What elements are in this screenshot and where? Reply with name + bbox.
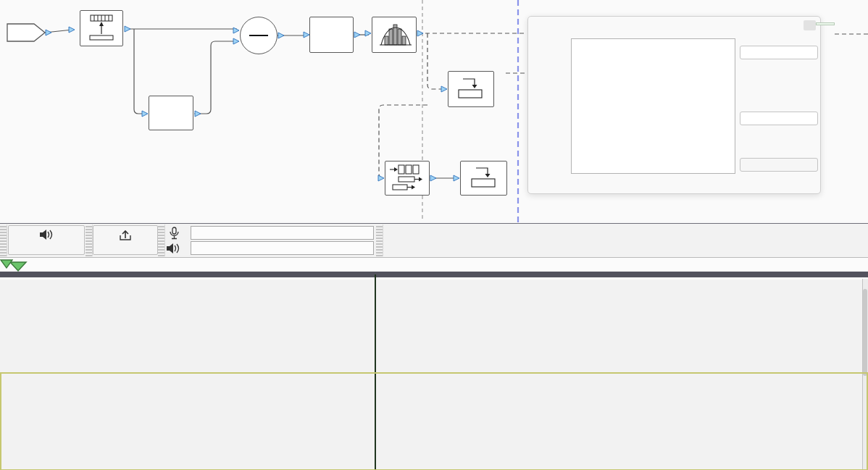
sink3-plot-window[interactable] <box>527 16 821 194</box>
loop-region-bar[interactable] <box>0 272 868 277</box>
rebuffer-icon <box>385 161 429 194</box>
share-audio-button[interactable] <box>93 225 158 255</box>
block-sub1[interactable] <box>240 17 277 54</box>
y-scale-dropdown[interactable] <box>740 112 818 125</box>
toolbar-grip[interactable] <box>0 224 7 256</box>
block-sink3[interactable] <box>460 161 507 196</box>
screen <box>0 0 868 470</box>
close-button[interactable] <box>804 20 816 30</box>
playback-meter[interactable] <box>191 241 374 255</box>
block-blockstatistics1[interactable] <box>372 17 417 53</box>
sink-icon <box>448 72 493 106</box>
sink-icon <box>461 161 506 194</box>
block-sink2[interactable] <box>448 71 494 107</box>
overall-control-dropdown[interactable] <box>740 46 818 59</box>
block-rebuffer1[interactable] <box>385 161 430 196</box>
block-bufferup1[interactable] <box>80 10 123 46</box>
audio-setup-button[interactable] <box>8 225 85 255</box>
signal-label-clipped <box>816 22 835 25</box>
x-auto-range-checkbox[interactable] <box>741 177 751 187</box>
block-delay1[interactable] <box>149 96 193 130</box>
toolbar-grip[interactable] <box>158 224 165 256</box>
record-meter[interactable] <box>191 226 374 240</box>
speaker-icon <box>38 229 54 240</box>
audio-track-1 <box>0 280 868 372</box>
playhead-line <box>375 274 376 470</box>
share-upload-icon <box>118 229 133 240</box>
playback-meter-speaker-icon[interactable] <box>166 243 180 257</box>
block-diagram-canvas <box>0 0 868 223</box>
bufferup-icon <box>80 11 122 45</box>
playhead-marker-icon[interactable] <box>0 259 13 269</box>
y-auto-range-checkbox[interactable] <box>741 131 751 140</box>
audio-track-2 <box>0 374 868 469</box>
x-scale-dropdown[interactable] <box>740 158 818 172</box>
show-grid-checkbox[interactable] <box>741 82 751 91</box>
blockstatistics-icon <box>372 17 416 51</box>
toolbar-grip[interactable] <box>85 224 93 256</box>
record-meter-mic-icon[interactable] <box>167 227 181 243</box>
plot-canvas <box>572 39 735 173</box>
toolbar-grip[interactable] <box>376 224 383 256</box>
speaker-icon <box>166 243 180 254</box>
audacity-window <box>0 223 868 470</box>
block-abs3[interactable] <box>309 17 354 53</box>
scrollbar-thumb[interactable] <box>863 289 867 376</box>
update-checkbox[interactable] <box>741 65 751 75</box>
microphone-icon <box>167 227 181 240</box>
plot-area[interactable] <box>571 38 735 174</box>
subtract-icon <box>249 35 268 36</box>
